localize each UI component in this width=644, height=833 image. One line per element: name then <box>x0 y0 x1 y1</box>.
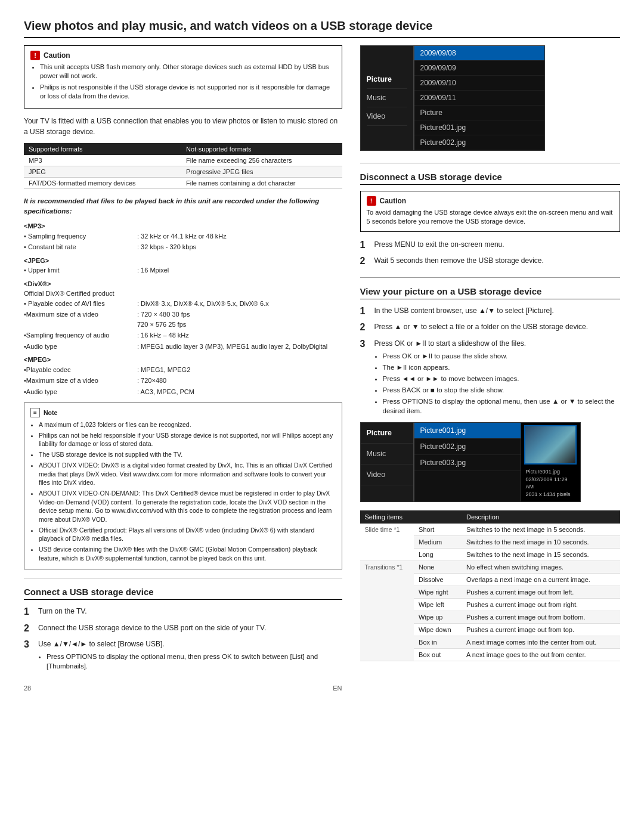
formats-cell-3-1: FAT/DOS-formatted memory devices <box>24 177 181 188</box>
specs-section: It is recommended that files to be playe… <box>24 196 342 397</box>
note-icon: ≡ <box>30 408 40 417</box>
connect-steps: 1 Turn on the TV. 2 Connect the USB stor… <box>24 606 342 673</box>
usb-top-item-7: Picture002.jpg <box>414 135 544 150</box>
usb-top-item-2: 2009/09/09 <box>414 61 544 76</box>
spec-value-mpeg-size: : 720×480 <box>137 376 342 386</box>
spec-row-bitrate: • Constant bit rate : 32 kbps - 320 kbps <box>24 242 342 252</box>
view-sub-2: The ►II icon appears. <box>383 363 621 372</box>
settings-desc: Switches to the next image in 5 seconds. <box>462 524 620 536</box>
footer-page-num: 28 <box>24 685 31 692</box>
mpeg-tag: <MPEG> <box>24 355 342 365</box>
caution-icon-disconnect: ! <box>367 196 376 206</box>
pic-info-filename: Picture001.jpg <box>526 468 575 476</box>
note-bullet-4: ABOUT DIVX VIDEO: DivX® is a digital vid… <box>39 461 336 487</box>
pic-sidebar-picture: Picture <box>361 423 413 444</box>
disconnect-step-1: 1 Press MENU to exit the on-screen menu. <box>360 239 621 250</box>
settings-desc: Overlaps a next image on a current image… <box>462 574 620 586</box>
spec-label-divx-audio-type: •Audio type <box>24 342 131 352</box>
settings-desc: Switches to the next image in 15 seconds… <box>462 549 620 561</box>
note-title: ≡ Note <box>30 408 336 417</box>
disconnect-step-num-1: 1 <box>360 239 370 250</box>
usb-top-content: 2009/09/08 2009/09/09 2009/09/10 2009/09… <box>414 46 544 150</box>
specs-intro: It is recommended that files to be playe… <box>24 196 342 217</box>
settings-setting: Box in <box>414 636 462 649</box>
settings-setting: Wipe up <box>414 611 462 624</box>
footer-lang: EN <box>333 685 342 692</box>
settings-desc: No effect when switching images. <box>462 561 620 574</box>
usb-top-browser: Picture Music Video 2009/09/08 2009/09/0… <box>360 45 621 151</box>
settings-group-label: Transitions *1 <box>360 561 414 661</box>
spec-label-upperlimit: • Upper limit <box>24 265 131 275</box>
connect-step-3-main: Use ▲/▼/◄/► to select [Browse USB]. <box>38 640 165 648</box>
view-step-num-3: 3 <box>360 338 370 418</box>
connect-section: Connect a USB storage device 1 Turn on t… <box>24 587 342 673</box>
caution-label-disconnect: Caution <box>380 197 407 205</box>
disconnect-step-text-1: Press MENU to exit the on-screen menu. <box>374 239 621 250</box>
settings-desc: Pushes a current image out from top. <box>462 624 620 636</box>
pic-list: Picture001.jpg Picture002.jpg Picture003… <box>414 423 521 501</box>
spec-row-mpeg-audio: •Audio type : AC3, MPEG, PCM <box>24 387 342 397</box>
settings-setting: Dissolve <box>414 574 462 586</box>
settings-setting: Wipe down <box>414 624 462 636</box>
formats-row-3: FAT/DOS-formatted memory devices File na… <box>24 177 342 188</box>
spec-value-divx-size: : 720 × 480 30 fps 720 × 576 25 fps <box>137 309 342 329</box>
pic-sidebar-music: Music <box>361 444 413 465</box>
formats-cell-1-1: MP3 <box>24 155 181 166</box>
pic-content: Picture001.jpg Picture002.jpg Picture003… <box>414 423 580 501</box>
connect-step-1: 1 Turn on the TV. <box>24 606 342 617</box>
spec-label-divx-codec: • Playable codec of AVI files <box>24 299 131 309</box>
settings-desc: Pushes a current image out from bottom. <box>462 611 620 624</box>
formats-row-2: JPEG Progressive JPEG files <box>24 166 342 177</box>
formats-cell-2-2: Progressive JPEG files <box>181 166 342 177</box>
settings-setting: Short <box>414 524 462 536</box>
settings-setting: None <box>414 561 462 574</box>
usb-top-item-4: 2009/09/11 <box>414 91 544 106</box>
usb-top-row-main: Picture Music Video 2009/09/08 2009/09/0… <box>361 46 544 150</box>
spec-label-divx-size: •Maximum size of a video <box>24 309 131 329</box>
caution-box-main: ! Caution This unit accepts USB flash me… <box>24 45 342 109</box>
disconnect-section: Disconnect a USB storage device ! Cautio… <box>360 172 621 267</box>
pic-browser-screen: Picture Music Video Picture001.jpg Pictu… <box>360 422 581 502</box>
connect-step-text-3: Use ▲/▼/◄/► to select [Browse USB]. Pres… <box>38 639 342 673</box>
usb-top-item-3: 2009/09/10 <box>414 76 544 91</box>
caution-bullet-2: Philips is not responsible if the USB st… <box>40 83 336 101</box>
disconnect-step-num-2: 2 <box>360 255 370 267</box>
view-picture-title: View your picture on a USB storage devic… <box>360 286 621 299</box>
view-sub-1: Press OK or ►II to pause the slide show. <box>383 351 621 361</box>
formats-header-2: Not-supported formats <box>181 143 342 155</box>
usb-sidebar-video: Video <box>367 107 407 126</box>
divx-tag: <DivX®> <box>24 279 342 289</box>
intro-text: Your TV is fitted with a USB connection … <box>24 116 342 137</box>
usb-sidebar-music: Music <box>367 89 407 107</box>
caution-label-main: Caution <box>44 51 70 60</box>
view-step-text-2: Press ▲ or ▼ to select a file or a folde… <box>374 321 621 333</box>
spec-value-sampling: : 32 kHz or 44.1 kHz or 48 kHz <box>137 231 342 241</box>
note-box: ≡ Note A maximum of 1,023 folders or fil… <box>24 402 342 569</box>
view-picture-section: View your picture on a USB storage devic… <box>360 286 621 661</box>
formats-cell-2-1: JPEG <box>24 166 181 177</box>
view-sub-5: Press OPTIONS to display the optional me… <box>383 397 621 416</box>
pic-sidebar: Picture Music Video <box>361 423 414 501</box>
settings-desc: A next image comes into the center from … <box>462 636 620 649</box>
caution-box-disconnect: ! Caution To avoid damaging the USB stor… <box>360 191 621 232</box>
view-step-text-1: In the USB content browser, use ▲/▼ to s… <box>374 305 621 317</box>
note-bullet-6: Official DivX® Certified product: Plays … <box>39 526 336 543</box>
settings-desc: Switches to the next image in 10 seconds… <box>462 536 620 549</box>
settings-table: Setting items Description Slide time *1S… <box>360 510 621 661</box>
spec-row-divx-audio-freq: •Sampling frequency of audio : 16 kHz – … <box>24 330 342 340</box>
usb-top-item-5: Picture <box>414 106 544 120</box>
right-column: Picture Music Video 2009/09/08 2009/09/0… <box>360 45 621 692</box>
spec-value-mpeg-audio: : AC3, MPEG, PCM <box>137 387 342 397</box>
settings-setting: Medium <box>414 536 462 549</box>
view-step-3-content: Press OK or ►II to start a slideshow of … <box>374 338 621 418</box>
settings-row: Slide time *1ShortSwitches to the next i… <box>360 524 621 536</box>
caution-icon-main: ! <box>30 51 40 60</box>
usb-top-browser-screen: Picture Music Video 2009/09/08 2009/09/0… <box>360 45 545 151</box>
connect-step-2: 2 Connect the USB storage device to the … <box>24 623 342 634</box>
disconnect-section-title: Disconnect a USB storage device <box>360 172 621 185</box>
formats-cell-3-2: File names containing a dot character <box>181 177 342 188</box>
disconnect-step-2: 2 Wait 5 seconds then remove the USB sto… <box>360 255 621 267</box>
usb-sidebar-picture: Picture <box>367 70 407 89</box>
spec-value-divx-audio-freq: : 16 kHz – 48 kHz <box>137 330 342 340</box>
divx-certified: Official DivX® Certified product <box>24 289 342 299</box>
